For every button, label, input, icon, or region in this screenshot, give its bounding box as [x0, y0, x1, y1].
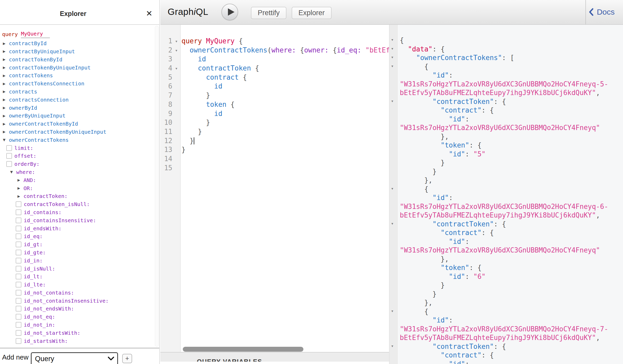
sidebar-item-ownerContractTokenById[interactable]: ▶ownerContractTokenById — [2, 120, 155, 128]
sidebar-item-ownerContractTokens[interactable]: ▼ownerContractTokens — [2, 136, 155, 144]
checkbox[interactable] — [16, 201, 21, 207]
sidebar-item-ownerByUniqueInput[interactable]: ▶ownerByUniqueInput — [2, 112, 155, 120]
expand-triangle-icon[interactable]: ▶ — [2, 122, 6, 126]
arg-item-id_not_eq[interactable]: id_not_eq: — [2, 313, 155, 321]
arg-item-id_not_contains[interactable]: id_not_contains: — [2, 289, 155, 297]
arg-item-id_lte[interactable]: id_lte: — [2, 281, 155, 289]
arg-item-id_lt[interactable]: id_lt: — [2, 273, 155, 281]
expand-triangle-icon[interactable]: ▶ — [17, 186, 21, 190]
arg-item-id_eq[interactable]: id_eq: — [2, 232, 155, 240]
result-fold-gutter[interactable]: ▾▾▾▾▾▾▾▾▾ — [389, 25, 398, 364]
checkbox[interactable] — [16, 282, 21, 287]
docs-toggle-button[interactable]: Docs — [589, 8, 615, 16]
result-fold-triangle-icon[interactable]: ▾ — [391, 344, 393, 348]
result-fold-triangle-icon[interactable]: ▾ — [391, 309, 393, 313]
expand-triangle-icon[interactable]: ▶ — [2, 66, 6, 69]
checkbox[interactable] — [16, 298, 21, 304]
operation-name-input[interactable]: MyQuery — [21, 31, 50, 38]
arg-item-contractToken[interactable]: ▶contractToken: — [2, 192, 155, 200]
checkbox[interactable] — [16, 314, 21, 320]
sidebar-item-contractTokens[interactable]: ▶contractTokens — [2, 72, 155, 80]
sidebar-item-contracts[interactable]: ▶contracts — [2, 88, 155, 96]
arg-item-id_not_in[interactable]: id_not_in: — [2, 321, 155, 329]
checkbox[interactable] — [16, 233, 21, 239]
checkbox[interactable] — [16, 242, 21, 247]
arg-item-id_not_endsWith[interactable]: id_not_endsWith: — [2, 305, 155, 313]
arg-item-id_endsWith[interactable]: id_endsWith: — [2, 224, 155, 232]
checkbox[interactable] — [16, 290, 21, 296]
result-fold-triangle-icon[interactable]: ▾ — [391, 221, 393, 226]
sidebar-item-contractTokenByUniqueInput[interactable]: ▶contractTokenByUniqueInput — [2, 63, 155, 72]
sidebar-item-contractById[interactable]: ▶contractById — [2, 39, 155, 48]
sidebar-item-contractsConnection[interactable]: ▶contractsConnection — [2, 96, 155, 104]
checkbox[interactable] — [6, 145, 12, 151]
arg-item-limit[interactable]: limit: — [2, 144, 155, 152]
close-icon[interactable]: ✕ — [146, 9, 152, 18]
explorer-schema-tree[interactable]: query MyQuery▶contractById▶contractByUni… — [0, 25, 155, 348]
arg-item-where[interactable]: ▼where: — [2, 168, 155, 176]
sidebar-item-contractTokenById[interactable]: ▶contractTokenById — [2, 55, 155, 63]
sidebar-item-contractByUniqueInput[interactable]: ▶contractByUniqueInput — [2, 48, 155, 56]
result-fold-triangle-icon[interactable]: ▾ — [391, 55, 393, 59]
expand-triangle-icon[interactable]: ▶ — [2, 49, 6, 53]
checkbox[interactable] — [16, 274, 21, 279]
arg-item-offset[interactable]: offset: — [2, 152, 155, 160]
arg-item-id_isNull[interactable]: id_isNull: — [2, 265, 155, 273]
checkbox[interactable] — [16, 209, 21, 215]
checkbox[interactable] — [16, 226, 21, 231]
arg-item-AND[interactable]: ▶AND: — [2, 176, 155, 184]
explorer-scrollbar-track[interactable] — [155, 26, 159, 347]
result-pane[interactable]: { "data": { "ownerContractTokens": [ { "… — [398, 25, 623, 364]
query-variables-bar[interactable]: QUERY VARIABLES — [160, 352, 389, 362]
fold-triangle-icon[interactable]: ▾ — [175, 37, 177, 46]
checkbox[interactable] — [16, 322, 21, 328]
checkbox[interactable] — [16, 338, 21, 344]
arg-item-OR[interactable]: ▶OR: — [2, 184, 155, 192]
expand-triangle-icon[interactable]: ▶ — [2, 114, 6, 118]
arg-item-orderBy[interactable]: orderBy: — [2, 160, 155, 168]
checkbox[interactable] — [16, 250, 21, 255]
checkbox[interactable] — [16, 330, 21, 336]
expand-triangle-icon[interactable]: ▶ — [2, 98, 6, 102]
collapse-triangle-icon[interactable]: ▼ — [2, 138, 6, 142]
checkbox[interactable] — [16, 218, 21, 223]
expand-triangle-icon[interactable]: ▶ — [17, 194, 21, 198]
result-fold-triangle-icon[interactable]: ▾ — [391, 186, 393, 191]
arg-item-contractToken_isNull[interactable]: contractToken_isNull: — [2, 200, 155, 208]
explorer-toggle-button[interactable]: Explorer — [292, 7, 332, 19]
execute-query-button[interactable] — [221, 4, 238, 20]
result-fold-triangle-icon[interactable]: ▾ — [391, 99, 393, 103]
expand-triangle-icon[interactable]: ▶ — [2, 82, 6, 86]
result-fold-triangle-icon[interactable]: ▾ — [391, 46, 393, 51]
arg-item-id_containsInsensitive[interactable]: id_containsInsensitive: — [2, 216, 155, 224]
checkbox[interactable] — [16, 306, 21, 312]
prettify-button[interactable]: Prettify — [251, 7, 286, 19]
expand-triangle-icon[interactable]: ▶ — [2, 130, 6, 134]
sidebar-item-ownerById[interactable]: ▶ownerById — [2, 104, 155, 112]
add-operation-button[interactable]: + — [122, 354, 132, 363]
expand-triangle-icon[interactable]: ▶ — [2, 106, 6, 110]
checkbox[interactable] — [16, 258, 21, 263]
arg-item-id_in[interactable]: id_in: — [2, 256, 155, 265]
result-fold-triangle-icon[interactable]: ▾ — [391, 38, 393, 42]
sidebar-item-contractTokensConnection[interactable]: ▶contractTokensConnection — [2, 80, 155, 88]
arg-item-id_gte[interactable]: id_gte: — [2, 249, 155, 257]
expand-triangle-icon[interactable]: ▶ — [2, 42, 6, 45]
expand-triangle-icon[interactable]: ▶ — [2, 74, 6, 78]
result-fold-triangle-icon[interactable]: ▾ — [391, 64, 393, 68]
collapse-triangle-icon[interactable]: ▼ — [9, 170, 14, 174]
query-editor[interactable]: 1▾query MyQuery {2▾ ownerContractTokens(… — [160, 25, 389, 352]
operation-type-select[interactable]: Query — [31, 352, 118, 364]
arg-item-id_not_containsInsensitive[interactable]: id_not_containsInsensitive: — [2, 297, 155, 305]
operation-row[interactable]: query MyQuery — [2, 30, 155, 38]
fold-triangle-icon[interactable]: ▾ — [175, 64, 177, 73]
sidebar-item-ownerContractTokenByUniqueInput[interactable]: ▶ownerContractTokenByUniqueInput — [2, 128, 155, 136]
expand-triangle-icon[interactable]: ▶ — [2, 57, 6, 61]
arg-item-id_gt[interactable]: id_gt: — [2, 240, 155, 249]
arg-item-id_not_startsWith[interactable]: id_not_startsWith: — [2, 329, 155, 337]
expand-triangle-icon[interactable]: ▶ — [17, 178, 21, 182]
arg-item-id_startsWith[interactable]: id_startsWith: — [2, 337, 155, 345]
checkbox[interactable] — [6, 161, 12, 167]
expand-triangle-icon[interactable]: ▶ — [2, 90, 6, 93]
checkbox[interactable] — [16, 266, 21, 272]
